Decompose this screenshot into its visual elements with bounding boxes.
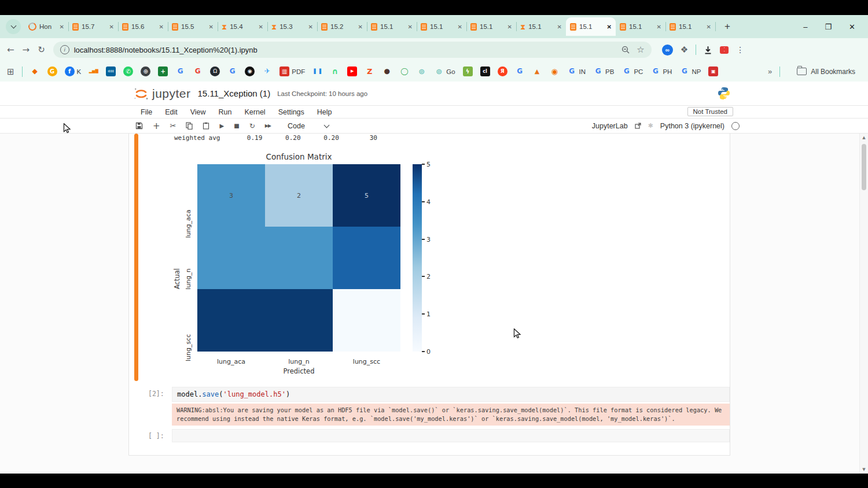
- menu-kernel[interactable]: Kernel: [245, 108, 266, 116]
- back-icon[interactable]: ←: [7, 45, 14, 55]
- browser-tab[interactable]: 15.1✕: [466, 17, 516, 36]
- scrollbar-thumb[interactable]: [862, 144, 866, 190]
- bookmark-g-orange[interactable]: G: [47, 66, 57, 76]
- paste-icon[interactable]: [203, 122, 209, 130]
- bookmark-z-orange[interactable]: Z: [365, 66, 374, 76]
- new-tab-button[interactable]: +: [721, 21, 734, 32]
- bookmark-github[interactable]: Ω: [210, 66, 220, 76]
- bookmark-youtube[interactable]: ▶: [347, 66, 357, 76]
- tab-close-icon[interactable]: ✕: [657, 24, 661, 30]
- downloads-icon[interactable]: [704, 46, 712, 54]
- cut-icon[interactable]: ✂: [170, 121, 176, 130]
- browser-menu-icon[interactable]: ⋮: [736, 45, 744, 54]
- menu-run[interactable]: Run: [219, 108, 232, 116]
- browser-tab[interactable]: 15.2✕: [317, 17, 367, 36]
- tab-search-button[interactable]: [6, 19, 21, 34]
- kernel-name[interactable]: Python 3 (ipykernel): [660, 122, 724, 130]
- minimize-button[interactable]: –: [803, 23, 807, 31]
- bookmark-eye[interactable]: ◉: [550, 66, 560, 76]
- site-info-icon[interactable]: i: [60, 45, 69, 54]
- browser-tab[interactable]: ⧗15.4✕: [218, 17, 267, 36]
- copy-icon[interactable]: [186, 122, 193, 130]
- apps-grid-icon[interactable]: ⊞: [7, 66, 14, 77]
- bookmark-g-pc[interactable]: GPC: [621, 66, 643, 76]
- bookmark-matlab[interactable]: ▲: [532, 66, 542, 76]
- tab-close-icon[interactable]: ✕: [557, 24, 562, 30]
- bookmark-google-4[interactable]: G: [515, 66, 525, 76]
- bookmark-facebook[interactable]: fK: [65, 66, 82, 76]
- bookmark-rugby[interactable]: ●: [382, 66, 392, 76]
- jupyterlab-link[interactable]: JupyterLab: [592, 122, 628, 130]
- bookmark-google-3[interactable]: G: [227, 66, 237, 76]
- bookmark-yandex[interactable]: Я: [498, 66, 507, 76]
- menu-view[interactable]: View: [190, 108, 206, 116]
- menu-help[interactable]: Help: [317, 108, 332, 116]
- browser-tab[interactable]: 15.5✕: [168, 17, 218, 36]
- stop-kernel-icon[interactable]: ■: [234, 123, 239, 129]
- tab-close-icon[interactable]: ✕: [707, 24, 711, 30]
- bookmark-diamond[interactable]: ◆: [30, 66, 40, 76]
- forward-icon[interactable]: →: [23, 45, 30, 55]
- bookmark-record[interactable]: ◉: [245, 66, 255, 76]
- bookmark-swirl-go[interactable]: ⊚Go: [434, 66, 455, 76]
- bookmark-ring[interactable]: ◯: [399, 66, 409, 76]
- bookmark-g-pb[interactable]: GPB: [593, 66, 614, 76]
- bookmark-g-in[interactable]: GIN: [567, 66, 586, 76]
- bookmarks-overflow-icon[interactable]: »: [768, 67, 772, 76]
- scroll-down-icon[interactable]: ▼: [860, 467, 868, 472]
- reload-icon[interactable]: ↻: [38, 45, 45, 55]
- extensions-puzzle-icon[interactable]: ❖: [681, 45, 688, 55]
- tab-close-icon[interactable]: ✕: [358, 24, 363, 30]
- bookmark-g-ph[interactable]: GPH: [650, 66, 672, 76]
- browser-tab[interactable]: Hon✕: [24, 17, 68, 36]
- tab-close-icon[interactable]: ✕: [607, 24, 612, 30]
- bookmark-cl[interactable]: cl: [480, 66, 490, 76]
- menu-settings[interactable]: Settings: [278, 108, 304, 116]
- page-scrollbar[interactable]: ▲ ▼: [859, 134, 868, 474]
- code-cell-input[interactable]: model.save('lung_model.h5'): [172, 387, 730, 402]
- debugger-icon[interactable]: ✱: [648, 122, 653, 130]
- trust-status-button[interactable]: Not Trusted: [687, 107, 733, 116]
- tab-close-icon[interactable]: ✕: [308, 24, 313, 30]
- extension-red-icon[interactable]: ⁚: [720, 46, 729, 54]
- browser-tab[interactable]: 15.7✕: [68, 17, 118, 36]
- bookmark-google-1[interactable]: G: [175, 66, 185, 76]
- jupyter-brand[interactable]: jupyter: [152, 87, 191, 101]
- bookmark-ieee[interactable]: IEEE: [106, 66, 116, 76]
- bookmark-globe[interactable]: ⊕: [141, 66, 150, 76]
- url-text[interactable]: localhost:8888/notebooks/15.11_Xception%…: [74, 46, 617, 54]
- tab-close-icon[interactable]: ✕: [159, 24, 164, 30]
- empty-code-cell-input[interactable]: [172, 429, 730, 442]
- browser-tab[interactable]: ⧗15.1✕: [516, 17, 566, 36]
- add-cell-icon[interactable]: +: [153, 121, 160, 131]
- browser-tab[interactable]: 15.6✕: [118, 17, 168, 36]
- bookmark-google-2[interactable]: G: [193, 66, 203, 76]
- bookmark-rail[interactable]: ▌▐: [312, 66, 322, 76]
- browser-tab[interactable]: 15.1✕: [616, 17, 665, 36]
- all-bookmarks-button[interactable]: All Bookmarks: [797, 68, 855, 76]
- tab-close-icon[interactable]: ✕: [458, 24, 462, 30]
- bookmark-swirl[interactable]: ⊚: [417, 66, 426, 76]
- tab-close-icon[interactable]: ✕: [259, 24, 263, 30]
- extension-blue-icon[interactable]: ∞: [662, 45, 673, 56]
- browser-tab[interactable]: 15.1✕: [566, 17, 616, 36]
- run-cell-icon[interactable]: ▶: [219, 123, 224, 129]
- bookmark-red-badge[interactable]: ▣: [708, 66, 718, 76]
- bookmark-pdf[interactable]: ▥PDF: [279, 66, 305, 76]
- restart-run-all-icon[interactable]: ▶▶: [265, 123, 271, 128]
- menu-edit[interactable]: Edit: [165, 108, 178, 116]
- restart-kernel-icon[interactable]: ↻: [249, 122, 255, 130]
- menu-file[interactable]: File: [141, 108, 152, 116]
- browser-tab[interactable]: ⧗15.3✕: [267, 17, 317, 36]
- tab-close-icon[interactable]: ✕: [209, 24, 214, 30]
- close-button[interactable]: ✕: [849, 23, 855, 31]
- tab-close-icon[interactable]: ✕: [408, 24, 413, 30]
- cell-type-dropdown[interactable]: Code: [288, 122, 329, 130]
- scroll-up-icon[interactable]: ▲: [860, 135, 868, 140]
- bookmark-lightning[interactable]: ϟ: [463, 66, 473, 76]
- notebook-filename[interactable]: 15.11_Xception (1): [198, 88, 271, 98]
- tab-close-icon[interactable]: ✕: [109, 24, 114, 30]
- tab-close-icon[interactable]: ✕: [507, 24, 512, 30]
- bookmark-g-np[interactable]: GNP: [679, 66, 701, 76]
- bookmark-android[interactable]: ∩: [330, 66, 340, 76]
